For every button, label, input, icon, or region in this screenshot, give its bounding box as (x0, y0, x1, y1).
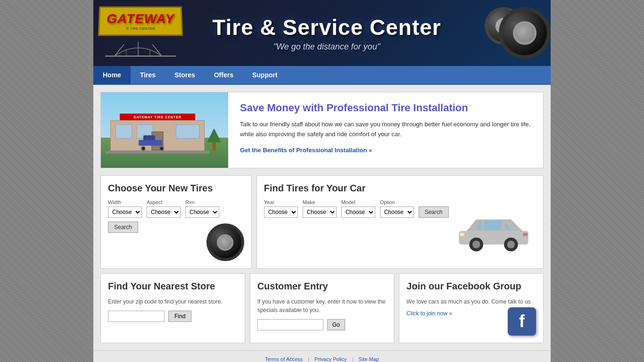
facebook-title: Join our Facebook Group (406, 281, 536, 292)
facebook-icon[interactable]: f (508, 307, 536, 336)
choose-tires-form-row: Width Choose Aspect Choose Rim (108, 199, 244, 218)
tire-icon-large (499, 7, 551, 59)
footer-sep-1: | (308, 356, 309, 362)
facebook-box: Join our Facebook Group We love cars as … (399, 273, 544, 343)
customer-go-button[interactable]: Go (327, 319, 345, 330)
logo-subtext: ® TIRE CENTER (106, 26, 175, 31)
nav-item-support[interactable]: Support (243, 66, 287, 84)
navigation: Home Tires Stores Offers Support (93, 66, 551, 85)
aspect-field: Aspect Choose (147, 199, 181, 218)
option-select[interactable]: Choose (380, 206, 414, 218)
boxes-row1: Choose Your New Tires Width Choose Aspec… (100, 175, 544, 269)
page-content: GATEWAY TIRE CENTER (93, 85, 551, 350)
nav-item-tires[interactable]: Tires (131, 66, 165, 84)
boxes-row2: Find Your Nearest Store Enter your zip c… (100, 273, 544, 343)
hero-body: Talk to our friendly staff about how we … (240, 120, 531, 140)
find-store-button[interactable]: Find (168, 311, 191, 322)
svg-rect-6 (459, 231, 528, 245)
year-field: Year Choose (264, 199, 298, 218)
logo-text: GATEWAY (106, 11, 174, 26)
model-select[interactable]: Choose (341, 206, 375, 218)
hero-heading: Save Money with Professional Tire Instal… (240, 102, 531, 114)
make-select[interactable]: Choose (303, 206, 337, 218)
main-title: Tire & Service Center (197, 15, 456, 40)
hero-link[interactable]: Get the Benefits of Professional Install… (240, 147, 372, 154)
option-field: Option Choose (380, 199, 414, 218)
width-label: Width (108, 199, 142, 205)
find-tires-search-field: x Search (419, 199, 449, 218)
customer-entry-title: Customer Entry (257, 281, 387, 292)
footer: Terms of Access | Privacy Policy | Site … (93, 350, 551, 362)
header-tire-image (456, 2, 551, 64)
choose-tires-box: Choose Your New Tires Width Choose Aspec… (100, 175, 252, 269)
customer-row: Go (257, 319, 387, 330)
make-label: Make (303, 199, 337, 205)
year-select[interactable]: Choose (264, 206, 298, 218)
choose-tires-title: Choose Your New Tires (108, 183, 244, 194)
footer-sep-2: | (352, 356, 354, 362)
zip-input[interactable] (108, 311, 165, 322)
find-tires-box: Find Tires for Your Car Year Choose Make… (256, 175, 544, 269)
make-field: Make Choose (303, 199, 337, 218)
find-tires-title: Find Tires for Your Car (264, 183, 536, 194)
logo-box: GATEWAY ® TIRE CENTER (98, 7, 183, 36)
aspect-label: Aspect (147, 199, 181, 205)
find-store-desc: Enter your zip code to find your nearest… (108, 297, 238, 306)
header-logo: GATEWAY ® TIRE CENTER (93, 2, 188, 64)
footer-link-sitemap[interactable]: Site Map (359, 356, 379, 362)
bridge-graphic (100, 37, 181, 58)
rim-select[interactable]: Choose (185, 206, 219, 218)
model-field: Model Choose (341, 199, 375, 218)
aspect-select[interactable]: Choose (147, 206, 181, 218)
hero-text: Save Money with Professional Tire Instal… (228, 92, 543, 168)
option-label: Option (380, 199, 414, 205)
width-field: Width Choose (108, 199, 142, 218)
rim-label: Rim (185, 199, 219, 205)
footer-link-terms[interactable]: Terms of Access (265, 356, 303, 362)
svg-rect-13 (523, 233, 528, 236)
sub-title: "We go the distance for you" (197, 42, 456, 52)
find-tires-search-button[interactable]: Search (419, 206, 449, 218)
rim-field: Rim Choose (185, 199, 219, 218)
car-svg (451, 207, 536, 255)
customer-key-input[interactable] (257, 319, 323, 330)
hero-image: GATEWAY TIRE CENTER (101, 92, 228, 168)
choose-tires-search-button[interactable]: Search (108, 222, 138, 233)
customer-entry-desc: If you have a customer key, enter it now… (257, 297, 387, 314)
find-store-box: Find Your Nearest Store Enter your zip c… (100, 273, 245, 343)
model-label: Model (341, 199, 375, 205)
svg-line-3 (152, 44, 162, 56)
find-store-title: Find Your Nearest Store (108, 281, 238, 292)
svg-rect-7 (484, 221, 502, 230)
svg-point-9 (472, 240, 480, 248)
zip-row: Find (108, 311, 238, 322)
header-title: Tire & Service Center "We go the distanc… (188, 15, 456, 52)
facebook-link[interactable]: Click to join now » (406, 310, 452, 317)
svg-line-1 (115, 44, 124, 56)
header: GATEWAY ® TIRE CENTER (93, 0, 551, 66)
nav-item-home[interactable]: Home (93, 66, 131, 84)
hero-section: GATEWAY TIRE CENTER (100, 92, 544, 168)
nav-item-offers[interactable]: Offers (205, 66, 243, 84)
nav-item-stores[interactable]: Stores (165, 66, 205, 84)
footer-link-privacy[interactable]: Privacy Policy (314, 356, 347, 362)
width-select[interactable]: Choose (108, 206, 142, 218)
facebook-desc: We love cars as much as you do. Come tal… (406, 297, 536, 306)
svg-point-11 (507, 240, 515, 248)
customer-entry-box: Customer Entry If you have a customer ke… (250, 273, 395, 343)
tire-icon (206, 223, 244, 261)
svg-rect-12 (460, 233, 464, 236)
year-label: Year (264, 199, 298, 205)
